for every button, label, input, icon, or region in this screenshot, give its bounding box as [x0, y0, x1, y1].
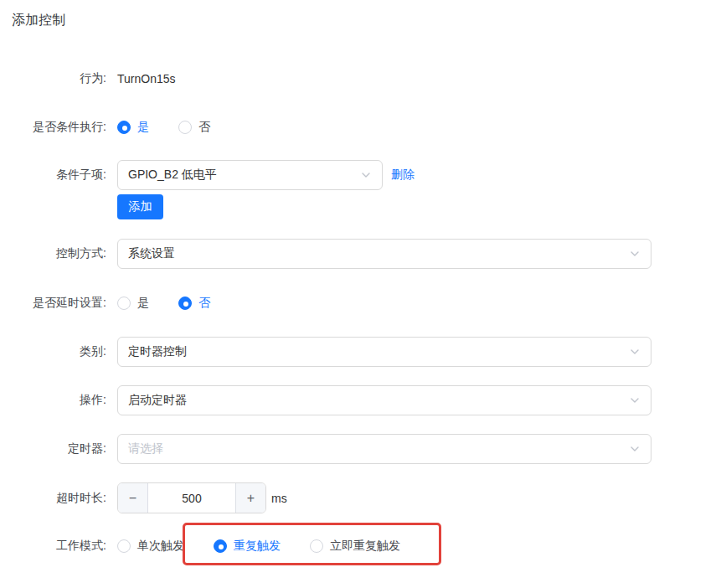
radio-conditional-no[interactable]: 否	[178, 120, 210, 135]
radio-conditional-yes[interactable]: 是	[117, 120, 149, 135]
radio-label: 否	[198, 296, 210, 311]
control-method-label: 控制方式:	[0, 246, 106, 261]
radio-icon	[178, 297, 192, 310]
row-behavior: 行为: TurnOn15s	[0, 70, 176, 87]
timer-placeholder: 请选择	[128, 441, 622, 456]
row-conditional-exec: 是否条件执行: 是 否	[0, 119, 210, 136]
radio-single-trigger[interactable]: 单次触发	[117, 539, 184, 554]
timer-label: 定时器:	[0, 441, 106, 456]
radio-label: 立即重复触发	[330, 539, 400, 554]
chevron-down-icon	[629, 346, 641, 358]
timeout-label: 超时时长:	[0, 491, 106, 506]
radio-label: 重复触发	[234, 539, 281, 554]
decrease-button[interactable]: −	[118, 483, 148, 513]
radio-icon	[117, 121, 131, 134]
behavior-value: TurnOn15s	[117, 72, 176, 85]
row-timeout: 超时时长: − + ms	[0, 482, 287, 513]
radio-icon	[117, 297, 131, 310]
timeout-stepper: − +	[117, 482, 266, 513]
control-method-value: 系统设置	[128, 246, 622, 261]
radio-immediate-repeat-trigger[interactable]: 立即重复触发	[310, 539, 400, 554]
row-operation: 操作: 启动定时器	[0, 385, 651, 415]
behavior-label: 行为:	[0, 71, 106, 86]
radio-delay-yes[interactable]: 是	[117, 296, 149, 311]
page-title: 添加控制	[12, 12, 65, 29]
radio-label: 是	[137, 296, 149, 311]
row-work-mode: 工作模式: 单次触发 重复触发 立即重复触发	[0, 538, 400, 554]
control-method-select[interactable]: 系统设置	[117, 239, 651, 269]
condition-item-value: GPIO_B2 低电平	[128, 168, 353, 183]
operation-select[interactable]: 启动定时器	[117, 385, 651, 415]
delay-setting-label: 是否延时设置:	[0, 296, 106, 311]
delete-condition-link[interactable]: 删除	[391, 168, 415, 183]
category-value: 定时器控制	[128, 344, 622, 359]
row-timer: 定时器: 请选择	[0, 434, 651, 464]
timer-select[interactable]: 请选择	[117, 434, 651, 464]
operation-value: 启动定时器	[128, 393, 622, 408]
row-delay-setting: 是否延时设置: 是 否	[0, 295, 210, 312]
row-condition-item: 条件子项: GPIO_B2 低电平 删除	[0, 160, 415, 190]
timeout-input[interactable]	[148, 483, 235, 513]
radio-repeat-trigger[interactable]: 重复触发	[214, 539, 281, 554]
add-control-page: 添加控制 行为: TurnOn15s 是否条件执行: 是 否 条件子项: GPI…	[0, 0, 721, 588]
chevron-down-icon	[629, 395, 641, 406]
row-add-condition: 添加	[0, 194, 163, 219]
timeout-unit: ms	[271, 492, 287, 505]
radio-icon	[178, 121, 192, 134]
chevron-down-icon	[360, 169, 372, 181]
condition-item-select[interactable]: GPIO_B2 低电平	[117, 160, 383, 190]
radio-label: 否	[198, 120, 210, 135]
chevron-down-icon	[629, 248, 641, 260]
category-label: 类别:	[0, 344, 106, 359]
category-select[interactable]: 定时器控制	[117, 337, 651, 367]
increase-button[interactable]: +	[235, 483, 265, 513]
radio-delay-no[interactable]: 否	[178, 296, 210, 311]
add-condition-button[interactable]: 添加	[117, 194, 163, 219]
conditional-exec-label: 是否条件执行:	[0, 120, 106, 135]
row-control-method: 控制方式: 系统设置	[0, 239, 651, 269]
chevron-down-icon	[629, 443, 641, 455]
radio-label: 单次触发	[137, 539, 184, 554]
radio-label: 是	[137, 120, 149, 135]
radio-icon	[310, 539, 323, 553]
radio-icon	[117, 539, 131, 553]
radio-icon	[214, 539, 227, 553]
condition-item-label: 条件子项:	[0, 168, 106, 183]
work-mode-label: 工作模式:	[0, 539, 106, 554]
row-category: 类别: 定时器控制	[0, 337, 651, 367]
operation-label: 操作:	[0, 393, 106, 408]
